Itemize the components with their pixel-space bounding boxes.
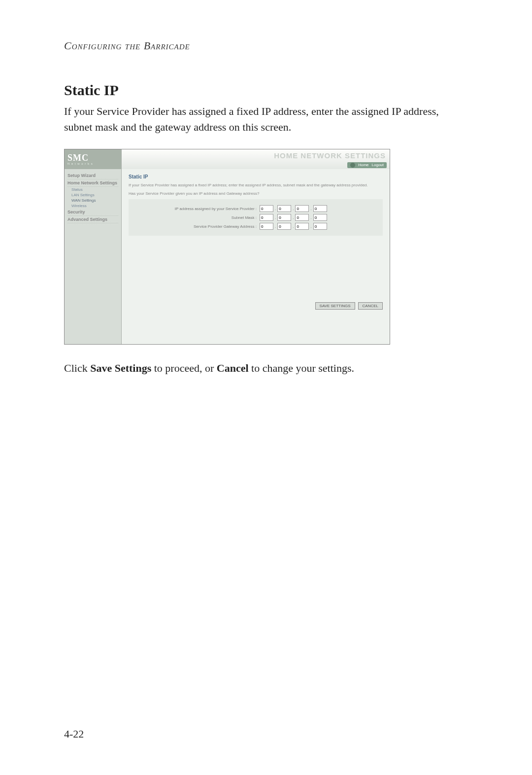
top-link-bar: Home Logout xyxy=(347,162,387,168)
outro-paragraph: Click Save Settings to proceed, or Cance… xyxy=(64,360,468,376)
nav-wireless[interactable]: Wireless xyxy=(67,203,118,209)
outro-pre: Click xyxy=(64,362,90,374)
top-bar: HOME NETWORK SETTINGS Home Logout xyxy=(122,149,390,169)
logo-subtext: N e t w o r k s xyxy=(67,162,121,165)
outro-cancel: Cancel xyxy=(217,362,249,374)
intro-paragraph: If your Service Provider has assigned a … xyxy=(64,104,468,135)
label-mask: Subnet Mask : xyxy=(133,215,260,220)
outro-mid: to proceed, or xyxy=(151,362,217,374)
panel-heading: Static IP xyxy=(129,174,383,179)
label-ip: IP address assigned by your Service Prov… xyxy=(133,207,260,211)
ip-octet-3[interactable] xyxy=(295,205,309,212)
gw-octet-3[interactable] xyxy=(295,223,309,230)
nav-home-network-settings[interactable]: Home Network Settings xyxy=(67,179,118,187)
nav-lan-settings[interactable]: LAN Settings xyxy=(67,192,118,198)
home-link[interactable]: Home xyxy=(358,163,368,167)
ip-octet-2[interactable] xyxy=(277,205,291,212)
row-gateway: Service Provider Gateway Address : . . . xyxy=(133,223,378,230)
row-ip: IP address assigned by your Service Prov… xyxy=(133,205,378,212)
page-banner-title: HOME NETWORK SETTINGS xyxy=(274,151,386,160)
main-area: HOME NETWORK SETTINGS Home Logout Static… xyxy=(122,149,390,344)
row-mask: Subnet Mask : . . . xyxy=(133,214,378,221)
gw-octet-2[interactable] xyxy=(277,223,291,230)
outro-save: Save Settings xyxy=(90,362,151,374)
button-bar: SAVE SETTINGS CANCEL xyxy=(315,302,383,310)
router-ui-screenshot: SMC N e t w o r k s Setup Wizard Home Ne… xyxy=(64,149,390,345)
help-text-1: If your Service Provider has assigned a … xyxy=(129,182,383,188)
gw-octet-1[interactable] xyxy=(260,223,273,230)
nav-advanced-settings[interactable]: Advanced Settings xyxy=(67,216,118,223)
nav-setup-wizard[interactable]: Setup Wizard xyxy=(67,172,118,179)
page-number: 4-22 xyxy=(64,728,84,740)
sidebar: SMC N e t w o r k s Setup Wizard Home Ne… xyxy=(65,149,122,344)
content-panel: Static IP If your Service Provider has a… xyxy=(122,169,390,344)
help-text-2: Has your Service Provider given you an I… xyxy=(129,191,383,196)
logo-box: SMC N e t w o r k s xyxy=(65,149,121,169)
cancel-button[interactable]: CANCEL xyxy=(358,302,383,310)
logo-text: SMC xyxy=(67,153,121,162)
nav-security[interactable]: Security xyxy=(67,209,118,216)
field-block: IP address assigned by your Service Prov… xyxy=(129,199,383,236)
logout-link[interactable]: Logout xyxy=(372,163,384,167)
save-settings-button[interactable]: SAVE SETTINGS xyxy=(315,302,355,310)
nav-wan-settings[interactable]: WAN Settings xyxy=(67,198,118,203)
globe-icon xyxy=(350,163,355,168)
nav-status[interactable]: Status xyxy=(67,187,118,192)
mask-octet-2[interactable] xyxy=(277,214,291,221)
ip-octet-1[interactable] xyxy=(260,205,273,212)
mask-octet-3[interactable] xyxy=(295,214,309,221)
ip-octet-4[interactable] xyxy=(313,205,327,212)
section-heading: Static IP xyxy=(64,82,468,99)
gw-octet-4[interactable] xyxy=(313,223,327,230)
mask-octet-1[interactable] xyxy=(260,214,273,221)
label-gateway: Service Provider Gateway Address : xyxy=(133,224,260,229)
nav: Setup Wizard Home Network Settings Statu… xyxy=(65,169,121,226)
running-head: Configuring the Barricade xyxy=(64,39,468,52)
outro-post: to change your settings. xyxy=(249,362,354,374)
mask-octet-4[interactable] xyxy=(313,214,327,221)
